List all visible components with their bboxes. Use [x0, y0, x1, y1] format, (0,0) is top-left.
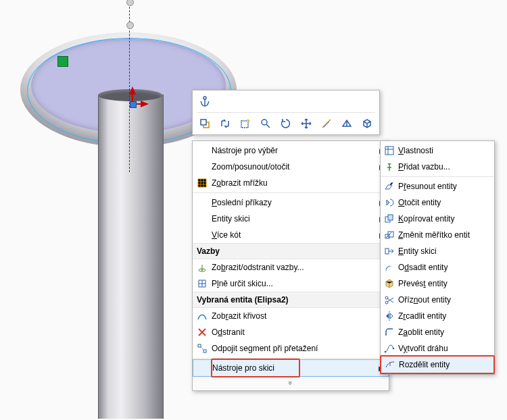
submenu-fillet-entities[interactable]: Zaoblit entity [381, 324, 494, 340]
svg-point-6 [201, 269, 203, 271]
relation-glyph[interactable] [57, 56, 68, 67]
grid-icon [197, 178, 208, 188]
axis-endpoint-handle[interactable] [126, 0, 134, 6]
zoom-icon[interactable] [258, 115, 274, 132]
submenu-offset-entities[interactable]: Odsadit entity [381, 259, 494, 275]
scale-icon [384, 230, 395, 240]
submenu-mirror-entities[interactable]: Zrcadlit entity [381, 308, 494, 324]
path-icon [384, 343, 395, 354]
menu-recent-commands[interactable]: Poslední příkazy▶ [193, 194, 389, 211]
copy-icon [384, 213, 395, 224]
trim-icon [384, 294, 395, 305]
select-other-icon[interactable] [197, 115, 213, 132]
rotate-view-icon[interactable] [278, 115, 294, 132]
menu-sketch-entities[interactable]: Entity skici▶ [193, 211, 389, 227]
submenu-scale-entities[interactable]: Změnit měřítko entit [381, 227, 494, 243]
convert-icon [384, 278, 395, 289]
detach-icon [197, 343, 208, 354]
flip-relations-icon[interactable] [217, 115, 233, 132]
offset-icon [384, 262, 395, 273]
relation-eye-icon [197, 262, 208, 273]
submenu-convert-entities[interactable]: Převést entity [381, 275, 494, 292]
measure-icon[interactable] [318, 115, 335, 132]
svg-rect-8 [198, 344, 201, 347]
move-icon [384, 181, 395, 192]
svg-point-0 [203, 97, 206, 99]
submenu-properties[interactable]: Vlastnosti [381, 142, 494, 159]
properties-icon [384, 145, 395, 156]
chevron-down-icon: » [287, 381, 295, 385]
menu-fully-define-sketch[interactable]: Plně určit skicu... [193, 275, 389, 292]
menu-header-selected-entity: Vybraná entita (Elipsa2) [193, 292, 389, 308]
pan-icon[interactable] [298, 115, 314, 132]
svg-point-18 [385, 351, 387, 353]
rotate-icon [384, 197, 395, 208]
submenu-copy-entities[interactable]: Kopírovat entity [381, 211, 494, 227]
mirror-icon [384, 311, 395, 321]
svg-rect-9 [203, 350, 206, 352]
view-cube-icon[interactable] [359, 115, 375, 132]
submenu-split-entities[interactable]: Rozdělit entity [381, 356, 494, 373]
section-icon[interactable] [339, 115, 355, 132]
add-relation-icon [384, 161, 395, 172]
toolbar-row [197, 112, 375, 132]
menu-more-dims[interactable]: Více kót▶ [193, 227, 389, 243]
submenu-trim-entities[interactable]: Oříznout entity [381, 292, 494, 308]
submenu-add-relation[interactable]: Přidat vazbu... [381, 159, 494, 175]
svg-rect-12 [388, 215, 393, 220]
stretch-icon [384, 246, 395, 257]
delete-x-icon [197, 327, 208, 338]
fillet-icon [384, 327, 395, 338]
context-toolbar [192, 90, 380, 135]
submenu-sketch-entities[interactable]: Entity skici [381, 243, 494, 259]
menu-show-grid[interactable]: Zobrazit mřížku [193, 175, 389, 191]
origin-triad[interactable] [123, 86, 150, 113]
menu-detach-segment[interactable]: Odpojit segment při přetažení [193, 340, 389, 357]
svg-point-3 [247, 120, 249, 122]
svg-rect-1 [201, 120, 206, 125]
menu-show-delete-relations[interactable]: Zobrazit/odstranit vazby... [193, 259, 389, 275]
menu-header-relations: Vazby [193, 243, 389, 259]
menu-expand-chevron[interactable]: » [193, 376, 389, 389]
submenu-rotate-entities[interactable]: Otočit entity [381, 194, 494, 211]
cylinder-body [98, 95, 164, 419]
context-menu: Nástroje pro výběr▶ Zoom/posunout/otočit… [192, 140, 389, 391]
axis-midpoint-handle[interactable] [126, 22, 134, 29]
submenu-move-entities[interactable]: Přesunout entity [381, 178, 494, 194]
fully-define-icon [197, 278, 208, 289]
svg-point-4 [262, 120, 267, 125]
menu-tools-for-select[interactable]: Nástroje pro výběr▶ [193, 142, 389, 159]
menu-delete[interactable]: Odstranit [193, 324, 389, 340]
new-sketch-icon[interactable] [237, 115, 254, 132]
curvature-icon [197, 311, 208, 321]
submenu-create-path[interactable]: Vytvořit dráhu [381, 340, 494, 357]
split-icon [385, 359, 395, 370]
svg-rect-15 [385, 248, 389, 254]
anchor-icon[interactable] [197, 93, 213, 109]
svg-point-19 [393, 348, 395, 350]
sketch-tools-submenu: Vlastnosti Přidat vazbu... Přesunout ent… [380, 140, 495, 375]
menu-zoom-pan-rotate[interactable]: Zoom/posunout/otočit▶ [193, 159, 389, 175]
svg-rect-2 [241, 121, 248, 128]
svg-rect-10 [385, 147, 393, 155]
menu-show-curvature[interactable]: Zobrazit křivost [193, 308, 389, 324]
menu-sketch-tools[interactable]: Nástroje pro skici▶ [193, 359, 389, 377]
